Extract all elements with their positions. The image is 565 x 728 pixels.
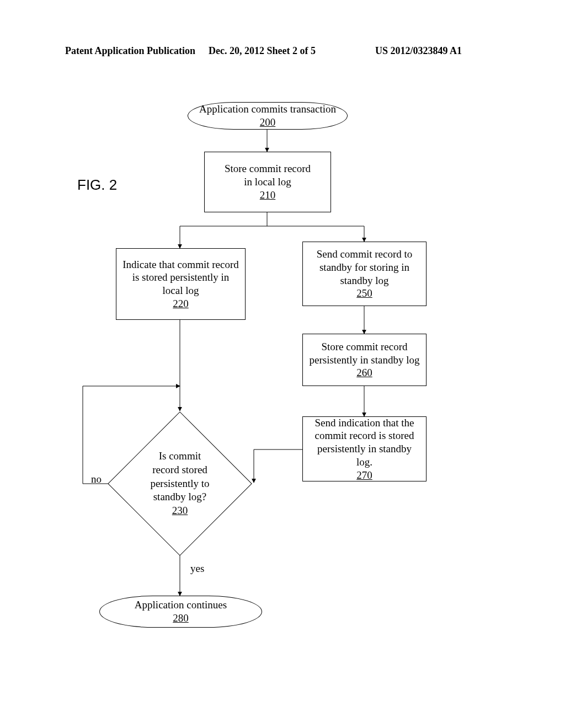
header-left: Patent Application Publication	[65, 45, 195, 57]
node-200-text: Application commits transaction	[199, 103, 336, 116]
node-280-end: Application continues 280	[99, 596, 262, 628]
node-210-text: Store commit record in local log	[225, 162, 311, 189]
node-210-ref: 210	[260, 189, 276, 202]
node-230-text: Is commit record stored persistently to …	[150, 449, 209, 504]
figure-label: FIG. 2	[77, 176, 117, 194]
node-210: Store commit record in local log 210	[204, 152, 331, 212]
node-270: Send indication that the commit record i…	[302, 416, 427, 481]
node-250-text: Send commit record to standby for storin…	[317, 248, 413, 287]
node-280-text: Application continues	[135, 598, 227, 612]
edge-label-no: no	[91, 473, 102, 485]
node-260-ref: 260	[356, 366, 372, 379]
header-mid: Dec. 20, 2012 Sheet 2 of 5	[209, 45, 316, 57]
node-230-ref: 230	[172, 504, 188, 518]
node-250-ref: 250	[356, 287, 372, 300]
node-260-text: Store commit record persistently in stan…	[309, 340, 419, 367]
node-230-label: Is commit record stored persistently to …	[108, 412, 252, 555]
node-270-text: Send indication that the commit record i…	[308, 416, 420, 469]
header-right: US 2012/0323849 A1	[375, 45, 462, 57]
node-270-ref: 270	[356, 469, 372, 482]
node-220: Indicate that commit record is stored pe…	[116, 248, 246, 320]
node-220-text: Indicate that commit record is stored pe…	[122, 258, 239, 297]
edge-label-yes: yes	[190, 563, 204, 575]
node-220-ref: 220	[173, 297, 189, 311]
node-200-start: Application commits transaction 200	[188, 102, 348, 130]
node-200-ref: 200	[260, 116, 276, 129]
node-260: Store commit record persistently in stan…	[302, 334, 427, 386]
node-250: Send commit record to standby for storin…	[302, 242, 427, 306]
node-280-ref: 280	[173, 612, 189, 625]
node-230-decision: Is commit record stored persistently to …	[108, 412, 252, 555]
